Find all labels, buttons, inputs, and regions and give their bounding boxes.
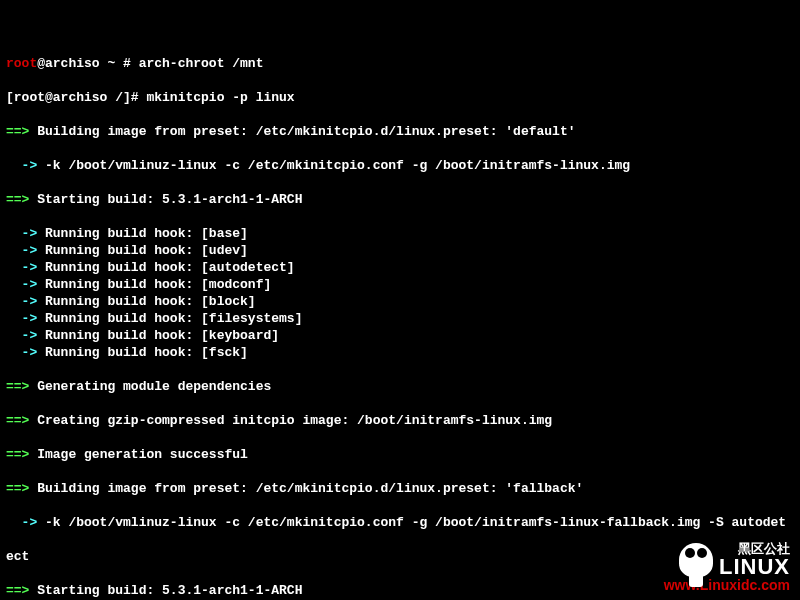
- hook-line: -> Running build hook: [base]: [6, 225, 794, 242]
- output-line: ==> Starting build: 5.3.1-arch1-1-ARCH: [6, 582, 794, 599]
- prompt-line-1: root@archiso ~ # arch-chroot /mnt: [6, 55, 794, 72]
- output-line: ==> Building image from preset: /etc/mki…: [6, 123, 794, 140]
- command-input: mkinitcpio -p linux: [146, 90, 294, 105]
- output-line: -> -k /boot/vmlinuz-linux -c /etc/mkinit…: [6, 514, 794, 531]
- output-line: ==> Image generation successful: [6, 446, 794, 463]
- hook-line: -> Running build hook: [block]: [6, 293, 794, 310]
- user: root: [6, 56, 37, 71]
- hook-line: -> Running build hook: [filesystems]: [6, 310, 794, 327]
- hook-line: -> Running build hook: [modconf]: [6, 276, 794, 293]
- hook-line: -> Running build hook: [autodetect]: [6, 259, 794, 276]
- output-line: ==> Building image from preset: /etc/mki…: [6, 480, 794, 497]
- output-line: ==> Starting build: 5.3.1-arch1-1-ARCH: [6, 191, 794, 208]
- output-line: ==> Creating gzip-compressed initcpio im…: [6, 412, 794, 429]
- output-line: -> -k /boot/vmlinuz-linux -c /etc/mkinit…: [6, 157, 794, 174]
- command-input: arch-chroot /mnt: [139, 56, 264, 71]
- hook-line: -> Running build hook: [keyboard]: [6, 327, 794, 344]
- terminal[interactable]: root@archiso ~ # arch-chroot /mnt [root@…: [0, 0, 800, 600]
- hook-line: -> Running build hook: [fsck]: [6, 344, 794, 361]
- hook-line: -> Running build hook: [udev]: [6, 242, 794, 259]
- output-line: ect: [6, 548, 794, 565]
- output-line: ==> Generating module dependencies: [6, 378, 794, 395]
- prompt-line-2: [root@archiso /]# mkinitcpio -p linux: [6, 89, 794, 106]
